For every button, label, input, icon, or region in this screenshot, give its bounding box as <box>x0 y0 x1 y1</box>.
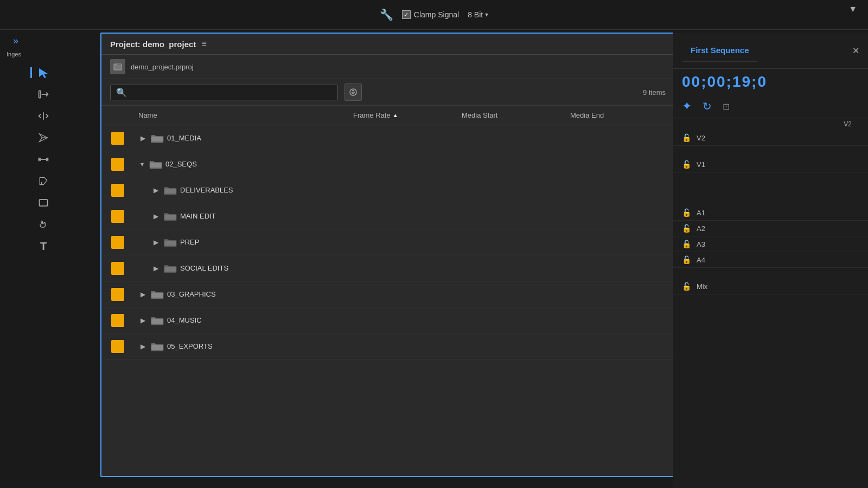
lock-icon[interactable]: 🔓 <box>682 240 691 248</box>
razor-tool-button[interactable] <box>34 128 53 147</box>
row-framerate <box>349 188 457 192</box>
expand-button[interactable]: ▶ <box>151 236 161 248</box>
row-name-cell: ▶ 05_EXPORTS <box>134 338 349 355</box>
loop-icon[interactable]: ↻ <box>703 100 712 113</box>
folder-icon <box>151 289 164 300</box>
search-input[interactable] <box>131 88 332 97</box>
track-name: A4 <box>697 256 705 264</box>
svg-text:↑: ↑ <box>115 65 117 68</box>
lock-icon[interactable]: 🔓 <box>682 282 691 291</box>
row-framerate <box>349 240 457 245</box>
row-mediaend <box>566 292 674 297</box>
search-box[interactable]: 🔍 <box>110 85 338 100</box>
wrench-icon[interactable]: 🔧 <box>380 8 393 21</box>
table-row[interactable]: ▶ 03_GRAPHICS <box>101 281 674 307</box>
lock-icon[interactable]: 🔓 <box>682 224 691 233</box>
right-panel-close[interactable]: ✕ <box>852 46 859 56</box>
row-name-cell: ▶ 01_MEDIA <box>134 130 349 146</box>
folder-up-button[interactable]: ↑ <box>110 59 125 74</box>
expand-button[interactable]: ▶ <box>138 132 148 144</box>
table-row[interactable]: ▾ 02_SEQS <box>101 151 674 177</box>
file-table: Name Frame Rate ▲ Media Start Media End … <box>101 106 674 476</box>
row-framerate <box>349 266 457 271</box>
folder-icon <box>149 159 162 170</box>
row-name-text: SOCIAL EDITS <box>180 264 228 272</box>
row-mediastart <box>457 214 566 219</box>
row-name-text: 03_GRAPHICS <box>167 290 216 298</box>
expand-button[interactable]: ▶ <box>151 184 161 196</box>
left-toolbar: » Inges <box>0 30 87 488</box>
row-name-text: MAIN EDIT <box>180 212 216 220</box>
lock-icon[interactable]: 🔓 <box>682 133 691 142</box>
panel-title: Project: demo_project <box>110 40 196 49</box>
select-tool-button[interactable] <box>34 63 53 82</box>
project-panel: Project: demo_project ≡ ↑ demo_project.p… <box>100 33 675 477</box>
rectangle-tool-button[interactable] <box>34 193 53 213</box>
table-row[interactable]: ▶ 01_MEDIA <box>101 125 674 151</box>
settings-icon[interactable]: ⊡ <box>723 101 730 112</box>
row-mediaend <box>566 136 674 140</box>
track-row-a1: 🔓 A1 <box>673 205 868 221</box>
track-name: V2 <box>697 134 705 142</box>
row-name-text: 05_EXPORTS <box>167 342 213 350</box>
slip-tool-button[interactable] <box>34 150 53 169</box>
track-select-tool-button[interactable] <box>34 85 53 104</box>
row-framerate <box>349 162 457 166</box>
th-framerate[interactable]: Frame Rate ▲ <box>349 109 457 121</box>
table-header: Name Frame Rate ▲ Media Start Media End <box>101 106 674 125</box>
th-name[interactable]: Name <box>134 109 349 121</box>
row-color-swatch <box>111 262 124 275</box>
folder-icon <box>151 133 164 144</box>
lock-icon[interactable]: 🔓 <box>682 208 691 217</box>
pen-tool-button[interactable] <box>34 171 53 191</box>
expand-button[interactable]: ▶ <box>151 210 161 222</box>
table-row[interactable]: ▶ DELIVERABLES <box>101 177 674 203</box>
row-mediastart <box>457 162 566 166</box>
expand-button[interactable]: ▶ <box>138 341 148 352</box>
right-panel: First Sequence ✕ 00;00;19;0 ✦ ↻ ⊡ V2 🔓 V… <box>673 33 868 488</box>
row-mediaend <box>566 188 674 192</box>
lock-icon[interactable]: 🔓 <box>682 255 691 264</box>
table-row[interactable]: ▶ 05_EXPORTS <box>101 333 674 359</box>
top-toolbar: 🔧 ✓ Clamp Signal 8 Bit ▾ ▼ <box>0 0 868 30</box>
th-mediaend[interactable]: Media End <box>566 109 674 121</box>
expand-button[interactable]: ▶ <box>138 288 148 300</box>
bit-depth-value: 8 Bit <box>468 10 483 19</box>
text-tool-button[interactable]: T <box>34 236 53 256</box>
table-row[interactable]: ▶ PREP <box>101 229 674 255</box>
panel-menu-button[interactable]: ≡ <box>201 39 206 49</box>
track-row-a2: 🔓 A2 <box>673 221 868 236</box>
expand-panel-button[interactable]: » <box>13 35 18 46</box>
track-row-v1: 🔓 V1 <box>673 157 868 172</box>
clamp-signal-group: ✓ Clamp Signal <box>402 10 459 19</box>
hand-tool-button[interactable] <box>34 215 53 234</box>
folder-icon <box>151 315 164 326</box>
table-row[interactable]: ▶ SOCIAL EDITS <box>101 255 674 281</box>
row-mediaend <box>566 162 674 166</box>
row-framerate <box>349 292 457 297</box>
lock-icon[interactable]: 🔓 <box>682 160 691 169</box>
row-name-text: DELIVERABLES <box>180 186 233 194</box>
tool-section-label: Inges <box>7 51 21 57</box>
ripple-edit-tool-button[interactable] <box>34 106 53 126</box>
svg-rect-9 <box>40 200 48 206</box>
clamp-signal-checkbox[interactable]: ✓ <box>402 10 411 19</box>
file-path-name: demo_project.prproj <box>131 63 194 71</box>
filter-button[interactable] <box>344 84 362 101</box>
row-framerate <box>349 344 457 349</box>
expand-button[interactable]: ▶ <box>151 262 161 274</box>
right-icons-row: ✦ ↻ ⊡ <box>673 95 868 118</box>
bit-depth-dropdown[interactable]: 8 Bit ▾ <box>468 10 488 19</box>
expand-button[interactable]: ▶ <box>138 314 148 326</box>
th-mediastart[interactable]: Media Start <box>457 109 566 121</box>
bit-depth-chevron: ▾ <box>485 11 488 18</box>
expand-button[interactable]: ▾ <box>138 158 146 170</box>
row-mediastart <box>457 240 566 245</box>
row-mediaend <box>566 266 674 271</box>
row-mediaend <box>566 318 674 323</box>
row-color-swatch <box>111 210 124 223</box>
table-row[interactable]: ▶ MAIN EDIT <box>101 203 674 229</box>
effects-icon[interactable]: ✦ <box>682 99 692 113</box>
table-row[interactable]: ▶ 04_MUSIC <box>101 307 674 333</box>
row-mediastart <box>457 344 566 349</box>
